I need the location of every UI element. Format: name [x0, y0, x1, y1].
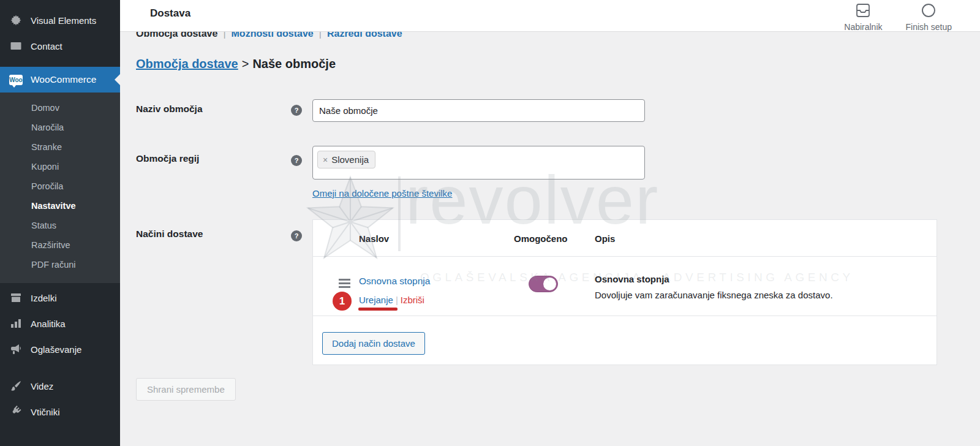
action-separator: |: [393, 295, 401, 305]
sidebar-item-visual-elements[interactable]: Visual Elements: [0, 7, 120, 33]
sidebar-item-status[interactable]: Status: [0, 216, 120, 235]
gear-icon: [9, 13, 23, 27]
shipping-methods-help-icon[interactable]: ?: [291, 230, 302, 241]
sidebar-item-label: Videz: [31, 381, 53, 391]
zone-name-label: Naziv območja: [136, 104, 203, 115]
bar-chart-icon: [9, 317, 23, 330]
sidebar-item-analitika[interactable]: Analitika: [0, 311, 120, 336]
finish-setup-button[interactable]: Finish setup: [906, 2, 952, 32]
tab-obmocja-dostave[interactable]: Območja dostave: [136, 32, 217, 39]
sidebar-item-narocila[interactable]: Naročila: [0, 118, 120, 137]
sidebar-item-nastavitve[interactable]: Nastavitve: [0, 196, 120, 216]
breadcrumb-separator: >: [238, 57, 253, 70]
remove-region-icon[interactable]: ×: [323, 155, 328, 165]
sidebar-item-label: Contact: [31, 41, 62, 51]
sidebar-item-label: Vtičniki: [31, 407, 60, 417]
column-header-description: Opis: [595, 233, 615, 244]
sidebar-item-porocila[interactable]: Poročila: [0, 176, 120, 196]
column-header-title: Naslov: [359, 233, 389, 244]
drag-handle-icon[interactable]: [339, 279, 350, 290]
edit-method-link[interactable]: Urejanje: [359, 295, 393, 305]
sidebar-item-label: Analitika: [31, 319, 66, 329]
table-footer-row: Dodaj način dostave: [313, 316, 937, 364]
products-box-icon: [9, 291, 23, 304]
sidebar-item-oglasevanje[interactable]: Oglaševanje: [0, 336, 120, 362]
breadcrumb-parent-link[interactable]: Območja dostave: [136, 57, 238, 70]
megaphone-icon: [9, 342, 23, 356]
table-header-row: Naslov Omogočeno Opis: [313, 220, 937, 257]
circle-progress-icon: [921, 2, 937, 21]
sidebar-item-pdf-racuni[interactable]: PDF računi: [0, 255, 120, 274]
breadcrumb: Območja dostave>Naše območje: [136, 57, 336, 71]
inbox-icon: [855, 2, 871, 21]
toggle-knob: [543, 278, 556, 290]
annotation-underline: [358, 308, 398, 311]
sidebar-item-woocommerce[interactable]: Woo WooCommerce: [0, 67, 120, 93]
sidebar-item-izdelki[interactable]: Izdelki: [0, 285, 120, 311]
sidebar-item-videz[interactable]: Videz: [0, 373, 120, 399]
sidebar-item-label: WooCommerce: [31, 74, 96, 85]
inbox-button[interactable]: Nabiralnik: [844, 2, 882, 32]
delete-method-link[interactable]: Izbriši: [401, 295, 424, 305]
zone-regions-help-icon[interactable]: ?: [291, 155, 302, 166]
settings-content: Območja dostave | Možnosti dostave | Raz…: [120, 32, 980, 446]
sidebar-item-razsiritve[interactable]: Razširitve: [0, 235, 120, 255]
page-title: Dostava: [150, 7, 190, 20]
column-header-enabled: Omogočeno: [514, 233, 568, 244]
region-chip-slovenija: × Slovenija: [317, 151, 375, 168]
shipping-methods-label: Načini dostave: [136, 229, 203, 240]
inbox-label: Nabiralnik: [844, 22, 882, 32]
sidebar-item-label: Izdelki: [31, 293, 57, 303]
tab-razredi-dostave[interactable]: Razredi dostave: [327, 32, 402, 39]
sidebar-item-kuponi[interactable]: Kuponi: [0, 157, 120, 176]
save-changes-button[interactable]: Shrani spremembe: [136, 378, 236, 401]
sidebar-item-stranke[interactable]: Stranke: [0, 137, 120, 157]
woocommerce-icon: Woo: [9, 73, 23, 86]
paintbrush-icon: [9, 379, 23, 393]
region-chip-label: Slovenija: [331, 154, 369, 165]
plug-icon: [9, 405, 23, 418]
zone-name-input[interactable]: [312, 99, 645, 122]
method-description-cell: Osnovna stopnja Dovoljuje vam zaračunava…: [595, 274, 833, 300]
tab-separator: |: [319, 32, 322, 39]
add-shipping-method-button[interactable]: Dodaj način dostave: [322, 332, 425, 355]
sidebar-item-label: Oglaševanje: [31, 344, 81, 355]
sidebar-item-vticniki[interactable]: Vtičniki: [0, 399, 120, 425]
zone-regions-label: Območja regij: [136, 153, 199, 164]
shipping-tabs: Območja dostave | Možnosti dostave | Raz…: [136, 32, 402, 45]
method-title-link[interactable]: Osnovna stopnja: [359, 276, 430, 286]
admin-sidebar: Visual Elements Contact Woo WooCommerce …: [0, 0, 120, 446]
zone-name-help-icon[interactable]: ?: [291, 105, 302, 116]
sidebar-item-label: Visual Elements: [31, 15, 96, 26]
top-header-bar: Dostava Nabiralnik Finish setup: [120, 0, 980, 32]
envelope-icon: [9, 39, 23, 53]
sidebar-item-contact[interactable]: Contact: [0, 33, 120, 59]
method-description-text: Dovoljuje vam zaračunavanje fiksnega zne…: [595, 290, 833, 300]
table-row: Osnovna stopnja Urejanje|Izbriši Osnovna…: [313, 257, 937, 316]
method-description-title: Osnovna stopnja: [595, 274, 833, 284]
tab-separator: |: [223, 32, 225, 39]
tab-moznosti-dostave[interactable]: Možnosti dostave: [232, 32, 314, 39]
sidebar-item-domov[interactable]: Domov: [0, 98, 120, 118]
finish-setup-label: Finish setup: [906, 22, 952, 32]
step-1-annotation-badge: 1: [333, 292, 352, 311]
method-enabled-toggle[interactable]: [529, 276, 558, 292]
limit-postcodes-link[interactable]: Omeji na določene poštne številke: [312, 188, 452, 198]
woocommerce-submenu: Domov Naročila Stranke Kuponi Poročila N…: [0, 93, 120, 283]
breadcrumb-current: Naše območje: [252, 57, 336, 70]
shipping-methods-table: Naslov Omogočeno Opis Osnovna stopnja Ur…: [312, 219, 937, 365]
sidebar-group-divider: [0, 362, 120, 373]
zone-regions-select[interactable]: × Slovenija: [312, 146, 645, 180]
